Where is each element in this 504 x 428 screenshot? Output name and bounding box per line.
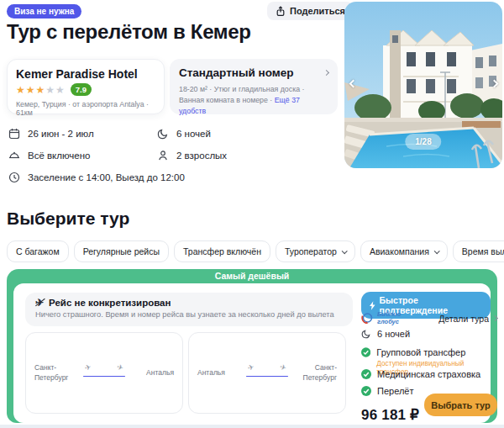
share-label: Поделиться [290,6,345,16]
filter-departure-time[interactable]: Время вылета [453,240,504,262]
room-title: Стандартный номер [179,66,293,79]
hotel-location: Кемер, Турция · от аэропорта Antalya · 6… [16,100,155,117]
filter-tour-operator[interactable]: Туроператор [276,240,355,262]
select-tour-button[interactable]: Выбрать тур [424,394,497,416]
filter-chips: С багажом Регулярные рейсы Трансфер вклю… [7,240,504,262]
tour-nights: 6 ночей [361,329,410,339]
check-icon [361,369,371,379]
star-icon: ★ [36,84,46,96]
landing-icon: ✈ [279,363,287,373]
route-line [246,376,288,378]
tour-price: 96 181 ₽ [361,406,419,424]
detail-meal: Всё включено [8,150,91,161]
tour-page: Виза не нужна Поделиться Тур с перелётом… [0,0,504,428]
globe-icon [361,312,374,325]
operator-name-line2: глобус [377,318,399,325]
chevron-down-icon [434,248,440,254]
moon-icon [361,329,371,339]
arrival-city: Анталья [132,368,174,378]
detail-checkin-text: Заселение с 14:00, Выезд до 12:00 [28,172,185,182]
detail-dates: 26 июн - 2 июл [8,128,94,140]
section-title: Выберите тур [7,209,129,229]
hotel-rating-row: ★★★★★ 7.9 [16,83,155,96]
tour-details-link[interactable]: Детали тура [438,314,497,324]
rating-badge: 7.9 [71,83,92,96]
lightning-icon [370,301,375,310]
chevron-left-icon [349,79,357,87]
feature-label: Медицинская страховка [377,369,480,380]
calendar-icon [8,128,20,140]
cheapest-ribbon: Самый дешёвый [7,269,497,283]
chevron-right-icon [492,315,498,321]
feature-insurance: Медицинская страховка [361,369,480,380]
star-icon: ★ [16,84,26,96]
check-icon [361,386,371,396]
clock-icon [8,172,20,183]
detail-guests-text: 2 взрослых [176,151,227,161]
filter-baggage[interactable]: С багажом [7,240,69,262]
page-title: Тур с перелётом в Кемер [7,20,251,44]
arrival-city: Санкт-Петербург [295,363,337,382]
tour-card: ✈ Рейс не конкретизирован Ничего страшно… [13,283,491,423]
detail-nights: 6 ночей [157,128,211,140]
share-icon [276,6,286,17]
chevron-right-icon [490,79,498,87]
chip-label: Время вылета [462,246,504,256]
gallery-counter: 1/28 [405,134,441,150]
flight-notice: ✈ Рейс не конкретизирован Ничего страшно… [25,293,353,326]
star-icon: ★ [55,84,66,96]
next-card-peek [0,425,504,428]
operator-row: Библиоглобус Детали тура [361,311,497,325]
tour-details-label: Детали тура [438,314,489,324]
room-details: 18-20 м² · Утюг и гладильная доска · Ван… [179,84,328,118]
filter-regular-flights[interactable]: Регулярные рейсы [74,240,169,262]
takeoff-icon: ✈ [247,363,255,373]
room-card[interactable]: Стандартный номер 18-20 м² · Утюг и глад… [170,59,338,114]
detail-nights-text: 6 ночей [176,129,211,139]
tour-nights-text: 6 ночей [377,329,410,339]
gallery-next-button[interactable] [487,74,501,92]
chevron-right-icon [323,70,329,76]
takeoff-icon: ✈ [84,363,92,373]
plane-crossed-icon: ✈ [35,298,44,308]
landing-icon: ✈ [116,363,124,373]
person-icon [157,150,169,161]
gallery-prev-button[interactable] [346,74,360,92]
chevron-down-icon [342,248,348,254]
hotel-photo-gallery: 1/28 [344,2,502,168]
detail-guests: 2 взрослых [157,150,227,161]
flight-route: ✈ ✈ [83,365,125,382]
flight-notice-text: Ничего страшного. Время и номер рейса вы… [35,310,343,319]
flight-notice-title: Рейс не конкретизирован [49,298,171,308]
hotel-card[interactable]: Kemer Paradise Hotel ★★★★★ 7.9 Кемер, Ту… [7,59,165,114]
filter-airline[interactable]: Авиакомпания [360,240,448,262]
moon-icon [157,128,169,140]
chip-label: Трансфер включён [183,246,261,256]
operator-logo: Библиоглобус [361,311,401,325]
hotel-stars: ★★★★★ [16,85,66,95]
departure-city: Санкт-Петербург [34,363,76,382]
share-button[interactable]: Поделиться [267,2,354,20]
star-icon: ★ [45,84,55,96]
visa-badge: Виза не нужна [7,4,81,18]
detail-meal-text: Всё включено [28,151,91,161]
flight-route: ✈ ✈ [246,365,288,382]
chip-label: С багажом [16,246,60,256]
chip-label: Регулярные рейсы [83,246,160,256]
check-icon [361,347,370,357]
detail-checkin: Заселение с 14:00, Выезд до 12:00 [8,172,185,183]
detail-dates-text: 26 июн - 2 июл [28,129,94,139]
filter-transfer-included[interactable]: Трансфер включён [174,240,270,262]
feature-flight: Перелёт [361,386,413,397]
chip-label: Туроператор [285,246,337,256]
flight-card-return[interactable]: Анталья ✈ ✈ Санкт-Петербург [188,332,346,414]
route-line [83,376,125,378]
meal-icon [8,150,20,161]
hotel-name: Kemer Paradise Hotel [16,67,155,81]
chip-label: Авиакомпания [370,246,429,256]
star-icon: ★ [26,84,36,96]
flight-card-outbound[interactable]: Санкт-Петербург ✈ ✈ Анталья [25,332,183,414]
feature-label: Групповой трансфер [376,347,465,357]
operator-name: Библиоглобус [377,311,401,325]
cheapest-tour-wrapper: Самый дешёвый ✈ Рейс не конкретизирован … [7,269,497,423]
